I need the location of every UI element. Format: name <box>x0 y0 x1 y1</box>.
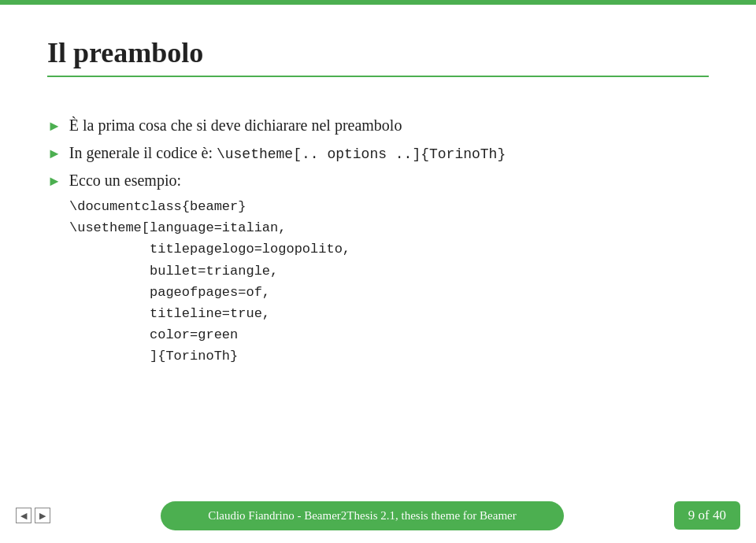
slide: Il preambolo ► È la prima cosa che si de… <box>0 0 756 543</box>
footer-center: Claudio Fiandrino - Beamer2Thesis 2.1, t… <box>50 501 674 530</box>
slide-title: Il preambolo <box>47 36 709 77</box>
list-item: ► In generale il codice è: \usetheme[.. … <box>47 144 709 162</box>
bullet-text-3: Ecco un esempio: <box>69 172 709 190</box>
footer-nav-left: ◀ ▶ <box>16 508 50 523</box>
code-block: \documentclass{beamer} \usetheme[languag… <box>69 196 709 368</box>
nav-icon-back[interactable]: ◀ <box>16 508 32 523</box>
footer-label: Claudio Fiandrino - Beamer2Thesis 2.1, t… <box>161 501 564 530</box>
bullet-list: ► È la prima cosa che si deve dichiarare… <box>47 116 709 190</box>
code-line: bullet=triangle, <box>69 260 709 282</box>
list-item: ► È la prima cosa che si deve dichiarare… <box>47 116 709 135</box>
nav-icon-forward[interactable]: ▶ <box>35 508 50 523</box>
code-line: titleline=true, <box>69 303 709 324</box>
code-line: \usetheme[language=italian, <box>69 217 709 238</box>
code-line: ]{TorinoTh} <box>69 345 709 367</box>
bullet-arrow-icon: ► <box>47 118 61 135</box>
list-item: ► Ecco un esempio: <box>47 172 709 190</box>
code-inline-1: \usetheme[.. options ..]{TorinoTh} <box>217 146 506 162</box>
bullet-text-1: È la prima cosa che si deve dichiarare n… <box>69 116 709 135</box>
code-line: color=green <box>69 324 709 345</box>
code-line: pageofpages=of, <box>69 282 709 303</box>
bullet-arrow-icon: ► <box>47 173 61 190</box>
page-indicator: 9 of 40 <box>674 501 740 530</box>
bullet-text-2: In generale il codice è: \usetheme[.. op… <box>69 144 709 162</box>
bullet-arrow-icon: ► <box>47 146 61 162</box>
footer: ◀ ▶ Claudio Fiandrino - Beamer2Thesis 2.… <box>0 488 756 543</box>
title-section: Il preambolo <box>47 36 709 77</box>
code-line: titlepagelogo=logopolito, <box>69 238 709 260</box>
code-line: \documentclass{beamer} <box>69 196 709 217</box>
slide-content: Il preambolo ► È la prima cosa che si de… <box>0 5 756 488</box>
